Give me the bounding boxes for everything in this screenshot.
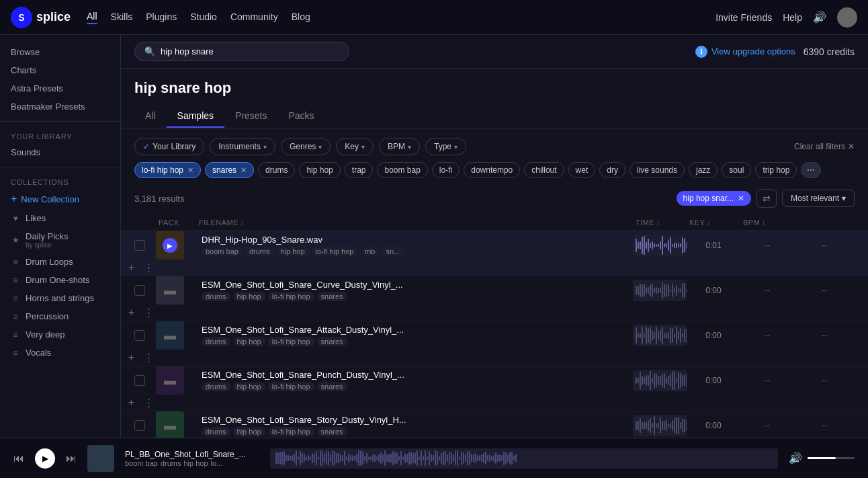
track-tag[interactable]: hip hop — [233, 382, 265, 391]
bpm-filter[interactable]: BPM ▾ — [379, 138, 420, 155]
tag-dry[interactable]: dry — [599, 162, 625, 178]
tag-jazz[interactable]: jazz — [689, 162, 718, 178]
track-checkbox[interactable] — [134, 330, 145, 341]
tag-downtempo[interactable]: downtempo — [464, 162, 520, 178]
track-waveform[interactable] — [633, 370, 687, 391]
sidebar-item-likes[interactable]: ♥ Likes — [0, 209, 120, 227]
sidebar-item-new-collection[interactable]: + New Collection — [0, 189, 120, 209]
player-play-button[interactable]: ▶ — [35, 448, 55, 469]
track-tag[interactable]: lo-fi hip hop — [268, 427, 314, 436]
player-prev-button[interactable]: ⏮ — [13, 452, 24, 465]
pill-x-icon[interactable]: ✕ — [738, 194, 744, 203]
track-waveform[interactable] — [633, 235, 687, 256]
instruments-filter[interactable]: Instruments ▾ — [210, 138, 275, 155]
sidebar-item-astra[interactable]: Astra Presets — [0, 79, 120, 97]
track-tag[interactable]: hip hop — [277, 247, 309, 256]
sidebar-item-drum-loops[interactable]: ≡ Drum Loops — [0, 253, 120, 271]
nav-plugins[interactable]: Plugins — [146, 11, 177, 24]
nav-help[interactable]: Help — [783, 12, 802, 23]
volume-icon-player[interactable]: 🔊 — [789, 452, 802, 465]
clear-filters-button[interactable]: Clear all filters ✕ — [794, 142, 855, 151]
tag-hip-hop[interactable]: hip hop — [299, 162, 340, 178]
track-tag[interactable]: lo-fi hip hop — [268, 292, 314, 301]
logo[interactable]: S splice — [11, 7, 71, 28]
track-tag[interactable]: lo-fi hip hop — [268, 382, 314, 391]
tab-all[interactable]: All — [134, 105, 167, 128]
sidebar-item-beatmaker[interactable]: Beatmaker Presets — [0, 97, 120, 116]
add-button[interactable]: + — [126, 350, 136, 366]
nav-skills[interactable]: Skills — [111, 11, 133, 24]
sidebar-item-percussion[interactable]: ≡ Percussion — [0, 307, 120, 325]
tag-live-sounds[interactable]: live sounds — [630, 162, 685, 178]
tag-lofi[interactable]: lo-fi — [432, 162, 460, 178]
track-tag[interactable]: drums — [245, 247, 274, 256]
table-row[interactable]: ▬ ESM_One_Shot_Lofi_Snare_Attack_Dusty_V… — [121, 321, 868, 366]
tag-trap[interactable]: trap — [345, 162, 374, 178]
tab-samples[interactable]: Samples — [167, 105, 224, 128]
add-button[interactable]: + — [126, 395, 136, 411]
tag-soul[interactable]: soul — [722, 162, 751, 178]
nav-invite-friends[interactable]: Invite Friends — [715, 12, 772, 23]
nav-blog[interactable]: Blog — [292, 11, 310, 24]
shuffle-button[interactable]: ⇄ — [756, 189, 777, 208]
track-tag[interactable]: snares — [317, 382, 347, 391]
sidebar-item-drum-one-shots[interactable]: ≡ Drum One-shots — [0, 271, 120, 289]
table-row[interactable]: ▶ DHR_Hip-Hop_90s_Snare.wav boom bapdrum… — [121, 231, 868, 276]
avatar[interactable] — [837, 7, 857, 28]
key-filter[interactable]: Key ▾ — [336, 138, 374, 155]
volume-icon[interactable]: 🔊 — [813, 11, 826, 24]
tag-x-icon-2[interactable]: ✕ — [241, 166, 247, 175]
volume-slider[interactable] — [808, 457, 855, 459]
track-waveform[interactable] — [633, 325, 687, 346]
track-checkbox[interactable] — [134, 240, 145, 251]
table-row[interactable]: ▬ ESM_One_Shot_Lofi_Snare_Story_Dusty_Vi… — [121, 411, 868, 438]
track-tag[interactable]: drums — [202, 292, 230, 301]
col-time[interactable]: Time ↕ — [633, 214, 687, 231]
more-button[interactable]: ⋮ — [142, 395, 156, 411]
track-tag[interactable]: sn... — [382, 247, 404, 256]
track-checkbox[interactable] — [134, 285, 145, 296]
col-bpm[interactable]: BPM ↕ — [740, 214, 794, 231]
track-tag[interactable]: hip hop — [233, 337, 265, 346]
add-button[interactable]: + — [126, 305, 136, 321]
tag-wet[interactable]: wet — [568, 162, 596, 178]
nav-community[interactable]: Community — [230, 11, 278, 24]
add-button[interactable]: + — [126, 260, 136, 276]
track-tag[interactable]: drums — [202, 337, 230, 346]
tag-x-icon[interactable]: ✕ — [187, 166, 193, 175]
track-tag[interactable]: snares — [317, 337, 347, 346]
sidebar-item-daily-picks[interactable]: ★ Daily Picks by splice — [0, 227, 120, 253]
player-next-button[interactable]: ⏭ — [66, 452, 77, 465]
track-checkbox[interactable] — [134, 375, 145, 386]
track-tag[interactable]: rnb — [360, 247, 379, 256]
sidebar-item-horns-strings[interactable]: ≡ Horns and strings — [0, 289, 120, 307]
track-tag[interactable]: hip hop — [233, 292, 265, 301]
more-button[interactable]: ⋮ — [142, 350, 156, 366]
tag-trip-hop[interactable]: trip hop — [755, 162, 797, 178]
track-tag[interactable]: lo-fi hip hop — [268, 337, 314, 346]
track-tag[interactable]: hip hop — [233, 427, 265, 436]
track-tag[interactable]: drums — [202, 382, 230, 391]
tag-drums[interactable]: drums — [258, 162, 295, 178]
track-tag[interactable]: drums — [202, 427, 230, 436]
your-library-filter[interactable]: ✓ Your Library — [134, 138, 204, 155]
track-tag[interactable]: snares — [317, 292, 347, 301]
track-tag[interactable]: lo-fi hip hop — [312, 247, 358, 256]
search-box[interactable]: 🔍 — [134, 42, 349, 61]
genres-filter[interactable]: Genres ▾ — [281, 138, 331, 155]
active-filter-pill[interactable]: hip hop snar... ✕ — [677, 191, 751, 206]
sidebar-item-vocals[interactable]: ≡ Vocals — [0, 344, 120, 362]
nav-sounds[interactable]: All — [87, 11, 97, 24]
track-checkbox[interactable] — [134, 420, 145, 431]
tag-boom-bap[interactable]: boom bap — [377, 162, 427, 178]
table-row[interactable]: ▬ ESM_One_Shot_Lofi_Snare_Punch_Dusty_Vi… — [121, 366, 868, 411]
active-tag-lofi[interactable]: lo-fi hip hop ✕ — [134, 162, 201, 178]
sidebar-item-sounds[interactable]: Sounds — [0, 143, 120, 161]
tag-chillout[interactable]: chillout — [524, 162, 564, 178]
more-button[interactable]: ⋮ — [142, 260, 156, 276]
col-key[interactable]: Key ↕ — [687, 214, 740, 231]
track-tag[interactable]: boom bap — [202, 247, 243, 256]
play-overlay[interactable]: ▶ — [163, 238, 177, 253]
tab-packs[interactable]: Packs — [278, 105, 325, 128]
table-row[interactable]: ▬ ESM_One_Shot_Lofi_Snare_Curve_Dusty_Vi… — [121, 276, 868, 321]
